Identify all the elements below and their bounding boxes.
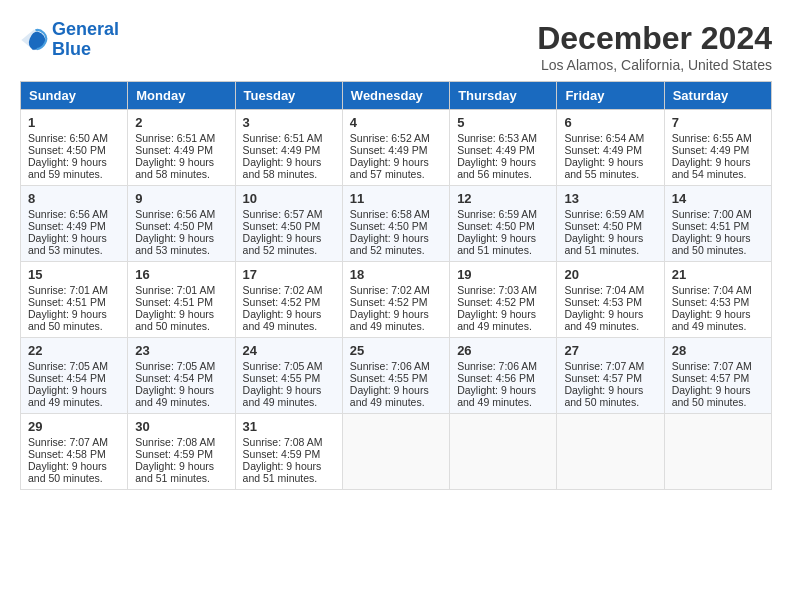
sunset-text: Sunset: 4:52 PM <box>350 296 428 308</box>
calendar-cell: 13 Sunrise: 6:59 AM Sunset: 4:50 PM Dayl… <box>557 186 664 262</box>
sunrise-text: Sunrise: 7:07 AM <box>672 360 752 372</box>
day-header-wednesday: Wednesday <box>342 82 449 110</box>
calendar-cell: 1 Sunrise: 6:50 AM Sunset: 4:50 PM Dayli… <box>21 110 128 186</box>
sunset-text: Sunset: 4:51 PM <box>28 296 106 308</box>
sunset-text: Sunset: 4:55 PM <box>243 372 321 384</box>
sunset-text: Sunset: 4:49 PM <box>28 220 106 232</box>
calendar-week-3: 15 Sunrise: 7:01 AM Sunset: 4:51 PM Dayl… <box>21 262 772 338</box>
sunset-text: Sunset: 4:50 PM <box>457 220 535 232</box>
sunset-text: Sunset: 4:49 PM <box>135 144 213 156</box>
calendar-cell: 7 Sunrise: 6:55 AM Sunset: 4:49 PM Dayli… <box>664 110 771 186</box>
calendar-cell: 28 Sunrise: 7:07 AM Sunset: 4:57 PM Dayl… <box>664 338 771 414</box>
sunset-text: Sunset: 4:49 PM <box>243 144 321 156</box>
daylight-text: Daylight: 9 hours and 50 minutes. <box>135 308 214 332</box>
day-number: 20 <box>564 267 656 282</box>
sunset-text: Sunset: 4:53 PM <box>672 296 750 308</box>
calendar-title: December 2024 <box>537 20 772 57</box>
sunrise-text: Sunrise: 6:59 AM <box>457 208 537 220</box>
logo-line1: General <box>52 19 119 39</box>
day-number: 26 <box>457 343 549 358</box>
calendar-cell: 17 Sunrise: 7:02 AM Sunset: 4:52 PM Dayl… <box>235 262 342 338</box>
day-number: 16 <box>135 267 227 282</box>
day-number: 3 <box>243 115 335 130</box>
day-header-thursday: Thursday <box>450 82 557 110</box>
day-number: 24 <box>243 343 335 358</box>
day-number: 5 <box>457 115 549 130</box>
daylight-text: Daylight: 9 hours and 58 minutes. <box>135 156 214 180</box>
day-header-sunday: Sunday <box>21 82 128 110</box>
calendar-week-4: 22 Sunrise: 7:05 AM Sunset: 4:54 PM Dayl… <box>21 338 772 414</box>
day-number: 21 <box>672 267 764 282</box>
calendar-cell: 15 Sunrise: 7:01 AM Sunset: 4:51 PM Dayl… <box>21 262 128 338</box>
sunrise-text: Sunrise: 7:05 AM <box>135 360 215 372</box>
day-number: 17 <box>243 267 335 282</box>
calendar-cell: 6 Sunrise: 6:54 AM Sunset: 4:49 PM Dayli… <box>557 110 664 186</box>
day-number: 23 <box>135 343 227 358</box>
day-number: 28 <box>672 343 764 358</box>
calendar-cell: 18 Sunrise: 7:02 AM Sunset: 4:52 PM Dayl… <box>342 262 449 338</box>
calendar-cell: 2 Sunrise: 6:51 AM Sunset: 4:49 PM Dayli… <box>128 110 235 186</box>
sunrise-text: Sunrise: 7:03 AM <box>457 284 537 296</box>
sunrise-text: Sunrise: 7:08 AM <box>243 436 323 448</box>
sunrise-text: Sunrise: 7:05 AM <box>28 360 108 372</box>
sunrise-text: Sunrise: 7:02 AM <box>350 284 430 296</box>
day-header-saturday: Saturday <box>664 82 771 110</box>
day-number: 31 <box>243 419 335 434</box>
day-number: 22 <box>28 343 120 358</box>
sunrise-text: Sunrise: 6:58 AM <box>350 208 430 220</box>
sunset-text: Sunset: 4:51 PM <box>672 220 750 232</box>
day-header-monday: Monday <box>128 82 235 110</box>
sunset-text: Sunset: 4:57 PM <box>564 372 642 384</box>
calendar-cell: 11 Sunrise: 6:58 AM Sunset: 4:50 PM Dayl… <box>342 186 449 262</box>
calendar-cell: 10 Sunrise: 6:57 AM Sunset: 4:50 PM Dayl… <box>235 186 342 262</box>
sunrise-text: Sunrise: 7:05 AM <box>243 360 323 372</box>
calendar-subtitle: Los Alamos, California, United States <box>537 57 772 73</box>
daylight-text: Daylight: 9 hours and 49 minutes. <box>135 384 214 408</box>
sunset-text: Sunset: 4:54 PM <box>135 372 213 384</box>
calendar-cell <box>664 414 771 490</box>
day-number: 15 <box>28 267 120 282</box>
sunset-text: Sunset: 4:50 PM <box>135 220 213 232</box>
day-number: 9 <box>135 191 227 206</box>
day-number: 12 <box>457 191 549 206</box>
calendar-cell <box>450 414 557 490</box>
sunrise-text: Sunrise: 7:07 AM <box>28 436 108 448</box>
sunrise-text: Sunrise: 7:04 AM <box>564 284 644 296</box>
sunset-text: Sunset: 4:50 PM <box>28 144 106 156</box>
daylight-text: Daylight: 9 hours and 49 minutes. <box>672 308 751 332</box>
sunrise-text: Sunrise: 7:02 AM <box>243 284 323 296</box>
calendar-cell: 27 Sunrise: 7:07 AM Sunset: 4:57 PM Dayl… <box>557 338 664 414</box>
calendar-cell: 16 Sunrise: 7:01 AM Sunset: 4:51 PM Dayl… <box>128 262 235 338</box>
sunrise-text: Sunrise: 7:00 AM <box>672 208 752 220</box>
sunrise-text: Sunrise: 6:56 AM <box>28 208 108 220</box>
sunset-text: Sunset: 4:57 PM <box>672 372 750 384</box>
sunrise-text: Sunrise: 6:51 AM <box>135 132 215 144</box>
day-number: 7 <box>672 115 764 130</box>
daylight-text: Daylight: 9 hours and 55 minutes. <box>564 156 643 180</box>
sunset-text: Sunset: 4:54 PM <box>28 372 106 384</box>
calendar-header-row: SundayMondayTuesdayWednesdayThursdayFrid… <box>21 82 772 110</box>
daylight-text: Daylight: 9 hours and 50 minutes. <box>564 384 643 408</box>
daylight-text: Daylight: 9 hours and 50 minutes. <box>28 308 107 332</box>
day-number: 27 <box>564 343 656 358</box>
sunrise-text: Sunrise: 6:54 AM <box>564 132 644 144</box>
sunrise-text: Sunrise: 7:01 AM <box>135 284 215 296</box>
daylight-text: Daylight: 9 hours and 49 minutes. <box>28 384 107 408</box>
sunrise-text: Sunrise: 6:55 AM <box>672 132 752 144</box>
calendar-cell: 22 Sunrise: 7:05 AM Sunset: 4:54 PM Dayl… <box>21 338 128 414</box>
daylight-text: Daylight: 9 hours and 51 minutes. <box>564 232 643 256</box>
daylight-text: Daylight: 9 hours and 51 minutes. <box>243 460 322 484</box>
sunset-text: Sunset: 4:52 PM <box>457 296 535 308</box>
daylight-text: Daylight: 9 hours and 49 minutes. <box>564 308 643 332</box>
daylight-text: Daylight: 9 hours and 49 minutes. <box>243 384 322 408</box>
logo: General Blue <box>20 20 119 60</box>
calendar-cell: 26 Sunrise: 7:06 AM Sunset: 4:56 PM Dayl… <box>450 338 557 414</box>
daylight-text: Daylight: 9 hours and 51 minutes. <box>457 232 536 256</box>
calendar-cell: 3 Sunrise: 6:51 AM Sunset: 4:49 PM Dayli… <box>235 110 342 186</box>
day-number: 2 <box>135 115 227 130</box>
sunrise-text: Sunrise: 6:59 AM <box>564 208 644 220</box>
daylight-text: Daylight: 9 hours and 49 minutes. <box>350 308 429 332</box>
day-number: 6 <box>564 115 656 130</box>
sunset-text: Sunset: 4:59 PM <box>243 448 321 460</box>
daylight-text: Daylight: 9 hours and 54 minutes. <box>672 156 751 180</box>
